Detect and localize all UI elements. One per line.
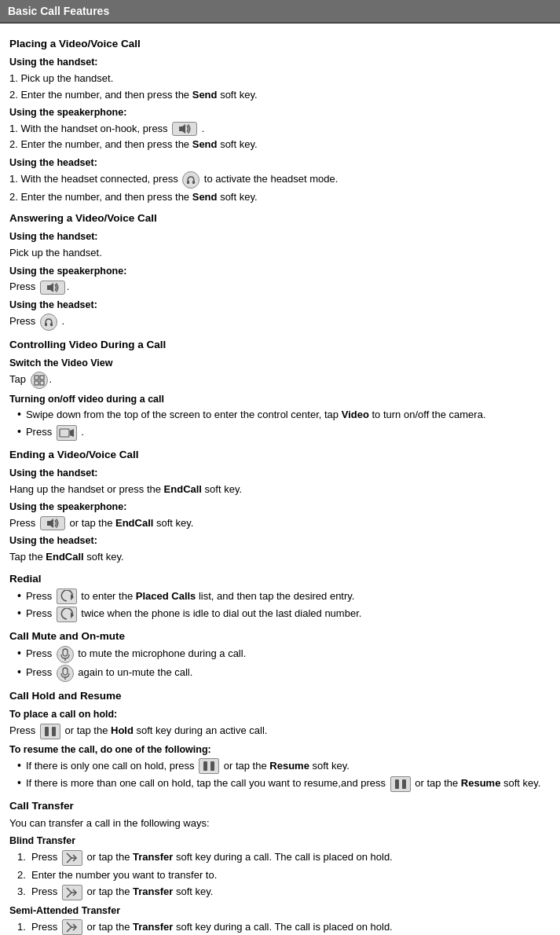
transfer-bold-1: Transfer [133,851,173,863]
blind-transfer-step-3: 3. Press or tap the Transfer soft key. [17,884,551,900]
endcall-bold-2: EndCall [115,517,153,529]
bullet-dot-1: • [17,407,21,423]
hold-icon-1 [40,724,60,739]
sublabel-headset-end: Using the headset: [9,534,551,548]
bullet-dot-4: • [17,606,21,622]
section-title-placing: Placing a Video/Voice Call [9,36,551,52]
answer-headset: Press . [9,314,551,331]
svg-rect-20 [52,727,56,736]
section-title-answering: Answering a Video/Voice Call [9,211,551,226]
svg-rect-17 [63,668,68,675]
grid-icon [31,372,48,389]
redial-bullet-1: • Press to enter the Placed Calls list, … [17,588,551,605]
bullet-dot-2: • [17,424,21,440]
mute-bullet-1: • Press to mute the microphone during a … [17,646,551,663]
svg-rect-19 [45,727,49,736]
answer-handset: Pick up the handset. [9,245,551,261]
bullet-video-1: • Swipe down from the top of the screen … [17,407,551,423]
section-title-controlling: Controlling Video During a Call [9,337,551,353]
svg-marker-12 [47,519,53,528]
video-bold: Video [342,409,369,420]
svg-rect-7 [40,376,44,380]
sublabel-headset-place: Using the headset: [9,156,551,170]
sublabel-resume: To resume the call, do one of the follow… [9,742,551,757]
mute-bullet-2: • Press again to un-mute the call. [17,665,551,682]
tap-grid: Tap . [9,372,551,389]
headset-icon-2 [40,314,57,331]
place-headset-2: 2. Enter the number, and then press the … [9,189,551,205]
blind-transfer-step-1: 1. Press or tap the Transfer soft key du… [17,849,551,866]
mute-icon-1 [57,646,74,663]
redial-text-2: Press twice when the phone is idle to di… [26,606,361,622]
section-placing-call: Placing a Video/Voice Call Using the han… [9,36,551,204]
step-num-1: 1. [17,849,31,866]
resume-bold-1: Resume [269,760,309,772]
svg-rect-5 [50,323,53,326]
sublabel-place-hold: To place a call on hold: [9,707,551,722]
step-num-3: 3. [17,884,31,900]
sublabel-headset-answer: Using the headset: [9,298,551,313]
redial-icon-2 [57,607,77,622]
svg-rect-4 [45,323,47,326]
end-speaker: Press or tap the EndCall soft key. [9,515,551,531]
semi-transfer-list: 1. Press or tap the Transfer soft key du… [17,919,551,935]
resume-bullet-1: • If there is only one call on hold, pre… [17,758,551,775]
svg-rect-2 [192,181,195,184]
bullet-dot-5: • [17,646,21,662]
page-content: Placing a Video/Voice Call Using the han… [0,24,560,935]
section-title-ending: Ending a Video/Voice Call [9,447,551,463]
end-handset: Hang up the handset or press the EndCall… [9,482,551,497]
page-wrapper: Basic Call Features Placing a Video/Voic… [0,0,560,935]
transfer-icon-3 [62,919,82,935]
hold-icon-3 [390,776,411,792]
svg-rect-1 [187,181,189,184]
svg-rect-9 [40,381,44,385]
bullet-video-2: • Press . [17,424,551,441]
end-headset: Tap the EndCall soft key. [9,549,551,565]
svg-rect-22 [210,761,214,771]
section-redial: Redial • Press to enter the Placed Calls… [9,571,551,622]
hold-bold-1: Hold [111,724,134,736]
mute-text-1: Press to mute the microphone during a ca… [26,646,246,663]
place-handset-2: 2. Enter the number, and then press the … [9,87,551,103]
section-title-transfer: Call Transfer [9,798,551,814]
svg-marker-0 [179,124,185,134]
speakerphone-icon-2 [40,280,65,295]
send-bold-2: Send [192,138,218,150]
section-mute: Call Mute and On-mute • Press to mute th… [9,629,551,682]
sublabel-speaker-place: Using the speakerphone: [9,105,551,120]
bullet-dot-3: • [17,588,21,604]
hold-icon-2 [199,758,219,774]
page-title: Basic Call Features [8,5,109,17]
transfer-intro: You can transfer a call in the following… [9,816,551,831]
step-num-2: 2. [17,867,31,883]
svg-marker-3 [47,283,53,292]
placed-calls-bold: Placed Calls [136,590,196,602]
page-header: Basic Call Features [0,0,560,24]
transfer-icon-1 [62,850,82,866]
svg-rect-24 [402,779,406,789]
speakerphone-icon-1 [172,122,197,136]
svg-marker-11 [70,429,74,437]
sublabel-handset-end: Using the handset: [9,466,551,481]
section-title-hold: Call Hold and Resume [9,688,551,704]
bullet-text-video-1: Swipe down from the top of the screen to… [26,407,486,423]
section-hold: Call Hold and Resume To place a call on … [9,688,551,791]
bullet-dot-8: • [17,776,21,791]
mute-icon-2 [57,665,74,682]
speakerphone-icon-3 [40,516,65,530]
section-ending-call: Ending a Video/Voice Call Using the hand… [9,447,551,565]
sublabel-handset-answer: Using the handset: [9,229,551,244]
svg-rect-8 [35,381,38,385]
sublabel-speaker-end: Using the speakerphone: [9,500,551,515]
answer-speaker: Press . [9,279,551,295]
resume-text-2: If there is more than one call on hold, … [26,776,541,792]
sublabel-turn-video: Turning on/off video during a call [9,392,551,407]
sublabel-handset-place: Using the handset: [9,55,551,70]
step-num-4: 1. [17,919,31,935]
blind-transfer-step-2: 2. Enter the number you want to transfer… [17,867,551,883]
transfer-bold-2: Transfer [133,886,173,897]
blind-transfer-list: 1. Press or tap the Transfer soft key du… [17,849,551,900]
resume-bold-2: Resume [461,777,501,789]
redial-text-1: Press to enter the Placed Calls list, an… [26,588,355,605]
